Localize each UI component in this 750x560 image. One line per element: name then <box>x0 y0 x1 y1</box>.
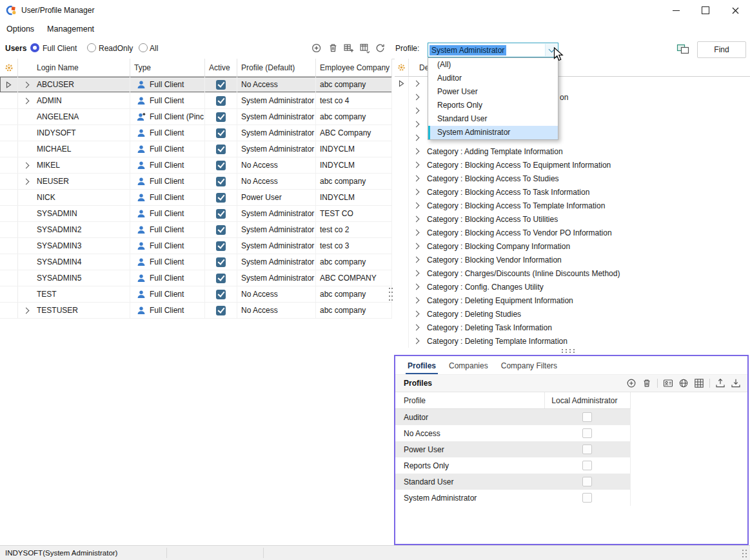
column-header-type[interactable]: Type <box>130 59 205 76</box>
local-admin-checkbox[interactable] <box>582 493 592 503</box>
profile-row[interactable]: Auditor <box>395 409 631 425</box>
user-row[interactable]: TESTUSERFull ClientNo Accessabc company <box>0 303 392 319</box>
tree-row[interactable]: Category : Deleting Studies <box>395 307 750 321</box>
expand-button[interactable] <box>409 203 423 208</box>
column-chooser-icon[interactable] <box>359 43 370 54</box>
user-row[interactable]: NEUSERFull ClientNo Accessabc company <box>0 174 392 190</box>
expand-button[interactable] <box>409 257 423 262</box>
view-switch-icon[interactable] <box>676 43 689 55</box>
local-admin-checkbox[interactable] <box>582 477 592 486</box>
radio-readonly[interactable] <box>87 43 96 52</box>
tree-row[interactable]: Category : Blocking Access To Template I… <box>395 199 750 212</box>
profile-row[interactable]: Standard User <box>395 474 631 490</box>
active-checkbox[interactable] <box>216 306 226 315</box>
profile-card-icon[interactable] <box>663 378 673 388</box>
menu-management[interactable]: Management <box>41 25 101 34</box>
dropdown-option[interactable]: Reports Only <box>428 99 558 112</box>
tree-row[interactable]: Category : Adding Template Information <box>395 145 750 158</box>
export-icon[interactable] <box>715 378 725 388</box>
expand-button[interactable] <box>18 93 34 108</box>
expand-button[interactable] <box>409 81 423 86</box>
active-checkbox[interactable] <box>216 209 226 219</box>
radio-full-client-label[interactable]: Full Client <box>43 44 77 53</box>
user-row[interactable]: MIKELFull ClientNo AccessINDYCLM <box>0 157 392 174</box>
radio-full-client[interactable] <box>30 43 39 52</box>
column-header-local-administrator[interactable]: Local Administrator <box>544 392 630 408</box>
dropdown-option[interactable]: (All) <box>428 58 558 72</box>
delete-user-icon[interactable] <box>328 43 339 54</box>
tab-profiles[interactable]: Profiles <box>406 357 438 374</box>
tree-row[interactable]: Category : Config. Changes Utility <box>395 280 750 294</box>
grid-customize-button[interactable] <box>0 59 18 76</box>
expand-button[interactable] <box>409 135 423 140</box>
expand-button[interactable] <box>409 190 423 194</box>
profile-row[interactable]: No Access <box>395 425 631 441</box>
expand-button[interactable] <box>409 149 423 154</box>
active-checkbox[interactable] <box>216 225 226 235</box>
tree-row[interactable]: Category : Blocking Vendor Information <box>395 253 750 266</box>
user-row[interactable]: SYSADMIN3Full ClientSystem Administrator… <box>0 238 392 254</box>
active-checkbox[interactable] <box>216 161 226 170</box>
dropdown-option[interactable]: Power User <box>428 85 558 99</box>
add-profile-icon[interactable] <box>626 378 637 388</box>
user-row[interactable]: NICKFull ClientPower UserINDYCLM <box>0 190 392 206</box>
local-admin-checkbox[interactable] <box>582 445 592 454</box>
user-row[interactable]: MICHAELFull ClientSystem AdministratorIN… <box>0 141 392 157</box>
active-checkbox[interactable] <box>216 128 226 138</box>
maximize-button[interactable] <box>691 0 720 21</box>
dropdown-option[interactable]: Standard User <box>428 112 558 126</box>
refresh-icon[interactable] <box>375 43 386 54</box>
radio-readonly-label[interactable]: ReadOnly <box>99 44 133 53</box>
tree-row[interactable]: Category : Deleting Equipment Informatio… <box>395 294 750 307</box>
expand-button[interactable] <box>409 95 423 99</box>
radio-all[interactable] <box>139 43 148 52</box>
expand-button[interactable] <box>409 244 423 248</box>
user-row[interactable]: TESTFull ClientNo Accessabc company <box>0 286 392 303</box>
merge-grid-icon[interactable] <box>343 43 354 54</box>
profile-row[interactable]: Reports Only <box>395 457 631 474</box>
active-checkbox[interactable] <box>216 145 226 154</box>
user-row[interactable]: SYSADMIN5Full ClientSystem Administrator… <box>0 270 392 286</box>
expand-button[interactable] <box>409 176 423 181</box>
active-checkbox[interactable] <box>216 257 226 267</box>
resize-grip[interactable] <box>742 549 748 558</box>
horizontal-splitter-handle[interactable] <box>561 348 575 354</box>
user-row[interactable]: ANGELENAFull Client (PincSystem Administ… <box>0 109 392 125</box>
expand-button[interactable] <box>409 271 423 275</box>
tree-row[interactable]: Category : Blocking Access To Task Infor… <box>395 185 750 199</box>
active-checkbox[interactable] <box>216 112 226 122</box>
expand-button[interactable] <box>409 298 423 303</box>
column-header-active[interactable]: Active <box>205 59 237 76</box>
user-row[interactable]: INDYSOFTFull ClientSystem AdministratorA… <box>0 125 392 141</box>
tree-row[interactable]: Category : Blocking Access To Studies <box>395 172 750 185</box>
local-admin-checkbox[interactable] <box>582 461 592 470</box>
active-checkbox[interactable] <box>216 96 226 106</box>
import-icon[interactable] <box>731 378 741 388</box>
tab-companies[interactable]: Companies <box>447 357 490 374</box>
expand-button[interactable] <box>409 325 423 330</box>
tree-row[interactable]: Category : Blocking Access To Vendor PO … <box>395 226 750 239</box>
find-button[interactable]: Find <box>697 41 746 58</box>
minimize-button[interactable] <box>661 0 691 21</box>
active-checkbox[interactable] <box>216 80 226 90</box>
expand-button[interactable] <box>18 77 34 92</box>
expand-button[interactable] <box>409 285 423 289</box>
tab-company-filters[interactable]: Company Filters <box>499 357 559 374</box>
close-button[interactable] <box>720 0 750 21</box>
active-checkbox[interactable] <box>216 274 226 283</box>
expand-button[interactable] <box>18 303 34 318</box>
profile-row[interactable]: System Administrator <box>395 490 631 506</box>
active-checkbox[interactable] <box>216 241 226 251</box>
active-checkbox[interactable] <box>216 193 226 203</box>
profile-combobox[interactable]: System Administrator <box>428 43 558 57</box>
column-header-profile[interactable]: Profile <box>395 396 544 405</box>
tree-row[interactable]: Category : Charges/Discounts (Inline Dis… <box>395 266 750 280</box>
tree-row[interactable]: Category : Blocking Company Information <box>395 239 750 253</box>
dropdown-option[interactable]: Auditor <box>428 72 558 85</box>
expand-button[interactable] <box>409 339 423 343</box>
tree-row[interactable]: Category : Blocking Access To Equipment … <box>395 158 750 172</box>
globe-icon[interactable] <box>678 378 689 388</box>
user-row[interactable]: ADMINFull ClientSystem Administratortest… <box>0 93 392 109</box>
expand-button[interactable] <box>409 163 423 167</box>
local-admin-checkbox[interactable] <box>582 412 592 422</box>
